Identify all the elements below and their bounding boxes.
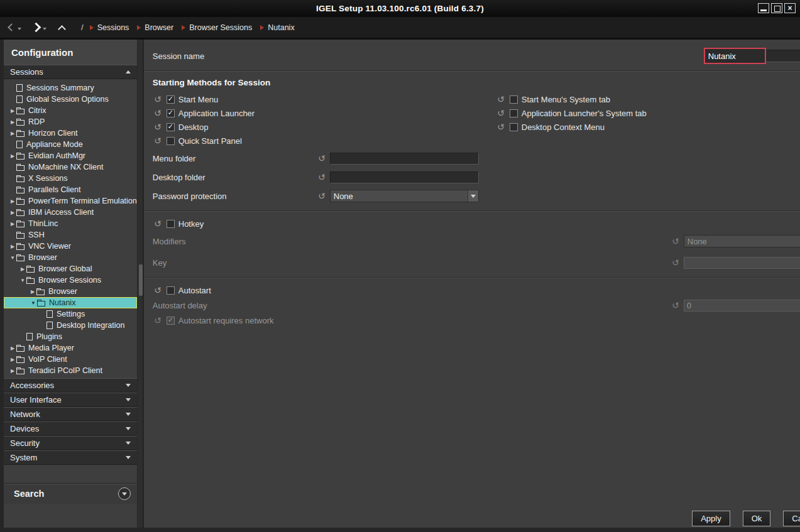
tree-item[interactable]: Browser bbox=[4, 286, 137, 297]
chevron-down-icon[interactable] bbox=[468, 190, 478, 202]
checkbox[interactable] bbox=[510, 123, 518, 131]
expander-icon[interactable] bbox=[9, 198, 16, 204]
reset-icon[interactable]: ↺ bbox=[671, 301, 681, 310]
key-input[interactable] bbox=[684, 257, 800, 269]
sidebar-section[interactable]: Security bbox=[4, 436, 137, 450]
sidebar-section[interactable]: Accessories bbox=[4, 378, 137, 393]
tree-item[interactable]: Desktop Integration bbox=[4, 320, 137, 331]
checkbox[interactable] bbox=[510, 95, 518, 104]
tree-item[interactable]: Appliance Mode bbox=[4, 139, 137, 150]
reset-icon[interactable]: ↺ bbox=[317, 154, 327, 163]
tree-item[interactable]: Browser Global bbox=[4, 263, 137, 274]
expander-icon[interactable] bbox=[9, 108, 16, 114]
tree-item[interactable]: NoMachine NX Client bbox=[4, 161, 137, 173]
tree-item[interactable]: Sessions Summary bbox=[4, 82, 137, 94]
expander-icon[interactable] bbox=[9, 368, 16, 374]
minimize-button[interactable] bbox=[758, 3, 769, 13]
reset-icon[interactable]: ↺ bbox=[153, 286, 163, 295]
reset-icon[interactable]: ↺ bbox=[153, 109, 163, 117]
modifiers-select[interactable]: None bbox=[684, 235, 800, 247]
tree-item[interactable]: X Sessions bbox=[4, 173, 137, 184]
tree-item[interactable]: ThinLinc bbox=[4, 218, 137, 229]
tree-item[interactable]: Browser Sessions bbox=[4, 274, 137, 286]
tree-item[interactable]: Teradici PCoIP Client bbox=[4, 365, 137, 376]
up-button[interactable] bbox=[59, 24, 65, 30]
reset-icon[interactable]: ↺ bbox=[153, 316, 163, 325]
tree-item[interactable]: IBM iAccess Client bbox=[4, 207, 137, 218]
expander-icon[interactable] bbox=[9, 153, 16, 159]
checkbox[interactable] bbox=[510, 109, 518, 117]
expander-icon[interactable] bbox=[9, 244, 16, 249]
forward-history-dropdown-icon[interactable] bbox=[43, 28, 47, 30]
reset-icon[interactable]: ↺ bbox=[317, 192, 327, 200]
ok-button[interactable]: Ok bbox=[743, 511, 771, 526]
autostart-checkbox[interactable] bbox=[167, 286, 175, 295]
forward-button[interactable] bbox=[33, 24, 40, 31]
expander-icon[interactable] bbox=[9, 119, 16, 125]
tree-item[interactable]: Settings bbox=[4, 308, 137, 320]
autostart-delay-input[interactable] bbox=[684, 300, 800, 312]
checkbox[interactable] bbox=[167, 137, 175, 145]
expander-icon[interactable] bbox=[9, 357, 16, 362]
cancel-button[interactable]: Cancel bbox=[783, 511, 800, 526]
autostart-requires-network-checkbox[interactable] bbox=[167, 317, 175, 325]
tree-item[interactable]: Parallels Client bbox=[4, 184, 137, 195]
close-button[interactable]: × bbox=[784, 3, 796, 13]
reset-icon[interactable]: ↺ bbox=[671, 258, 681, 267]
desktop-folder-input[interactable] bbox=[330, 171, 479, 183]
maximize-button[interactable] bbox=[771, 3, 782, 13]
reset-icon[interactable]: ↺ bbox=[496, 109, 506, 117]
tree-item[interactable]: Global Session Options bbox=[4, 94, 137, 105]
reset-icon[interactable]: ↺ bbox=[153, 136, 163, 145]
search-expand-button[interactable] bbox=[118, 487, 131, 500]
breadcrumb-item[interactable]: Nutanix bbox=[260, 23, 294, 32]
sidebar-section[interactable]: System bbox=[4, 450, 137, 465]
tree-item[interactable]: Horizon Client bbox=[4, 128, 137, 139]
tree-item[interactable]: Nutanix bbox=[4, 297, 137, 308]
hotkey-checkbox[interactable] bbox=[167, 220, 175, 228]
checkbox[interactable] bbox=[167, 95, 175, 104]
reset-icon[interactable]: ↺ bbox=[153, 122, 163, 131]
scrollbar-track[interactable] bbox=[137, 40, 144, 528]
checkbox[interactable] bbox=[167, 109, 175, 117]
tree-item[interactable]: Citrix bbox=[4, 105, 137, 116]
expander-icon[interactable] bbox=[30, 300, 37, 306]
sidebar-section[interactable]: User Interface bbox=[4, 393, 137, 407]
breadcrumb-item[interactable]: Browser bbox=[137, 23, 173, 32]
back-button[interactable] bbox=[9, 24, 14, 30]
apply-button[interactable]: Apply bbox=[692, 511, 730, 526]
reset-icon[interactable]: ↺ bbox=[496, 122, 506, 131]
menu-folder-input[interactable] bbox=[330, 153, 479, 165]
expander-icon[interactable] bbox=[9, 131, 16, 136]
tree-item[interactable]: Browser bbox=[4, 252, 137, 263]
reset-icon[interactable]: ↺ bbox=[153, 95, 163, 104]
expander-icon[interactable] bbox=[19, 278, 26, 283]
reset-icon[interactable]: ↺ bbox=[317, 173, 327, 182]
reset-icon[interactable]: ↺ bbox=[496, 95, 506, 104]
session-name-input[interactable]: Nutanix bbox=[704, 50, 800, 62]
tree-item[interactable]: SSH bbox=[4, 229, 137, 241]
back-history-dropdown-icon[interactable] bbox=[18, 28, 21, 30]
password-protection-select[interactable]: None bbox=[330, 190, 479, 202]
scrollbar-thumb[interactable] bbox=[139, 264, 143, 296]
breadcrumb-item[interactable]: Sessions bbox=[90, 23, 129, 32]
checkbox[interactable] bbox=[167, 123, 175, 131]
sidebar-section-sessions[interactable]: Sessions bbox=[4, 65, 137, 79]
expander-icon[interactable] bbox=[9, 255, 16, 261]
breadcrumb-item[interactable]: Browser Sessions bbox=[182, 23, 252, 32]
sidebar-section[interactable]: Network bbox=[4, 407, 137, 421]
tree-item[interactable]: Media Player bbox=[4, 342, 137, 354]
tree-item[interactable]: RDP bbox=[4, 116, 137, 128]
expander-icon[interactable] bbox=[9, 221, 16, 227]
expander-icon[interactable] bbox=[19, 266, 26, 272]
tree-item[interactable]: Plugins bbox=[4, 331, 137, 342]
expander-icon[interactable] bbox=[9, 210, 16, 215]
tree-item[interactable]: VNC Viewer bbox=[4, 241, 137, 252]
reset-icon[interactable]: ↺ bbox=[671, 237, 681, 246]
reset-icon[interactable]: ↺ bbox=[153, 219, 163, 228]
expander-icon[interactable] bbox=[29, 289, 36, 295]
tree-item[interactable]: PowerTerm Terminal Emulation bbox=[4, 195, 137, 207]
tree-item[interactable]: Evidian AuthMgr bbox=[4, 150, 137, 161]
expander-icon[interactable] bbox=[9, 345, 16, 351]
tree-item[interactable]: VoIP Client bbox=[4, 354, 137, 365]
